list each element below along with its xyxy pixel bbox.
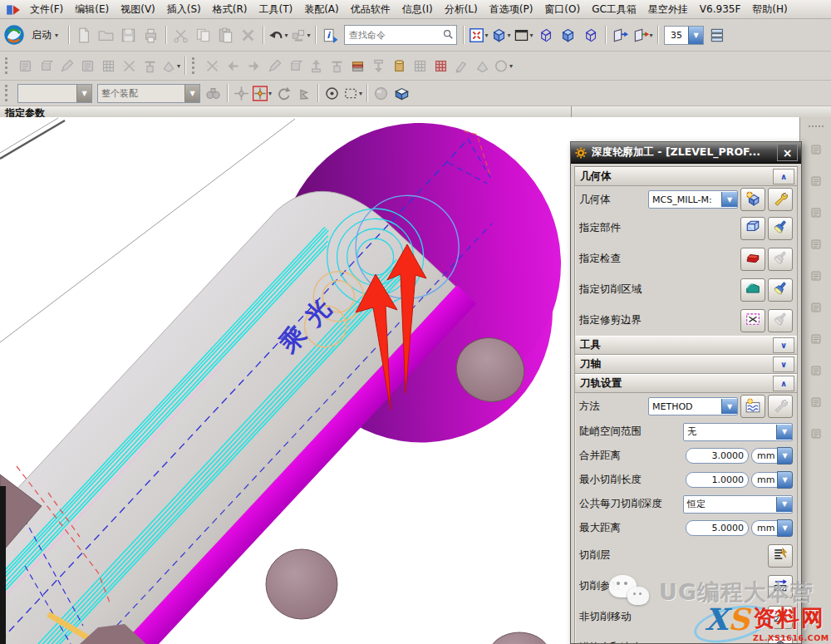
snap-point-icon[interactable] — [232, 84, 251, 102]
type-filter-combo[interactable]: ▼ — [17, 84, 92, 103]
assembly-tool-icon-2[interactable] — [37, 57, 56, 75]
assembly-tool-icon-8[interactable]: ▾ — [161, 57, 180, 75]
view-background-icon[interactable]: ▾ — [513, 25, 534, 46]
cut-icon[interactable] — [170, 25, 191, 46]
fit-view-icon[interactable]: ▾ — [468, 25, 489, 46]
find-component-icon[interactable] — [204, 84, 223, 102]
menu-item-14[interactable]: 星空外挂 — [642, 2, 694, 17]
display-part-button[interactable] — [768, 217, 793, 240]
select-trim-button[interactable] — [740, 309, 765, 332]
open-file-icon[interactable] — [96, 25, 116, 46]
dropdown-arrow-icon[interactable]: ▼ — [776, 425, 792, 440]
combo-arrow-icon[interactable]: ▼ — [184, 85, 199, 102]
menu-item-8[interactable]: 优品软件 — [345, 2, 396, 17]
tool-section[interactable]: 工具∨ — [575, 336, 797, 355]
shaded-edges-icon[interactable] — [558, 25, 578, 46]
common-depth-select[interactable]: 恒定▼ — [683, 495, 793, 514]
menu-item-4[interactable]: 插入(S) — [161, 2, 207, 17]
navigator-icon[interactable] — [809, 301, 823, 314]
min-cut-length-unit[interactable]: mm▼ — [751, 472, 793, 488]
display-cut-area-button[interactable] — [768, 278, 793, 302]
navigator-icon[interactable] — [809, 206, 823, 219]
max-distance-field[interactable]: 5.0000 — [686, 520, 749, 536]
navigator-icon[interactable] — [809, 175, 823, 188]
menu-item-5[interactable]: 格式(R) — [207, 2, 253, 17]
selection-ball-icon[interactable] — [371, 84, 391, 102]
expand-section-icon[interactable]: ∨ — [773, 356, 794, 372]
layer-arrow-icon[interactable]: ▼ — [688, 27, 703, 44]
window-menu-icon[interactable] — [6, 2, 21, 16]
assembly-tool-icon-3[interactable] — [57, 57, 76, 75]
mill-tool-icon-5[interactable] — [286, 57, 305, 75]
lasso-select-icon[interactable]: ▾ — [343, 84, 362, 102]
command-finder-input[interactable] — [347, 29, 442, 42]
dropdown-arrow-icon[interactable]: ▼ — [721, 192, 737, 207]
layer-settings-icon[interactable] — [707, 25, 728, 46]
assembly-tool-icon-6[interactable] — [120, 57, 139, 75]
toolbar-grip[interactable] — [192, 57, 199, 74]
select-cut-area-button[interactable] — [740, 278, 765, 302]
steep-containment-select[interactable]: 无▼ — [683, 423, 793, 441]
dropdown-arrow-icon[interactable]: ▼ — [721, 399, 737, 414]
navigator-icon[interactable] — [809, 427, 823, 440]
mill-tool-icon-12[interactable] — [431, 57, 450, 75]
geometry-section[interactable]: 几何体∧ — [575, 167, 797, 186]
menu-item-12[interactable]: 窗口(O) — [538, 2, 586, 17]
combo-arrow-icon[interactable]: ▼ — [76, 85, 91, 102]
merge-distance-unit[interactable]: mm▼ — [751, 448, 793, 464]
navigator-icon[interactable] — [809, 238, 823, 251]
new-file-icon[interactable] — [73, 25, 94, 46]
mill-tool-icon-9[interactable] — [369, 57, 388, 75]
menu-item-15[interactable]: V6.935F — [694, 2, 746, 17]
assembly-tool-icon-4[interactable] — [78, 57, 97, 75]
cut-levels-button[interactable] — [768, 544, 793, 568]
paste-icon[interactable] — [215, 25, 236, 46]
menu-item-9[interactable]: 信息(I) — [396, 2, 439, 17]
merge-distance-field[interactable]: 3.0000 — [686, 448, 749, 464]
dropdown-arrow-icon[interactable]: ▼ — [776, 497, 792, 512]
expand-section-icon[interactable]: ∨ — [773, 337, 794, 353]
menu-item-11[interactable]: 首选项(P) — [484, 2, 539, 17]
display-check-button[interactable] — [768, 248, 793, 271]
mill-tool-icon-6[interactable] — [307, 57, 326, 75]
unit-arrow-icon[interactable]: ▼ — [777, 471, 793, 489]
mill-tool-icon-8[interactable] — [348, 57, 367, 75]
rotate-point-icon[interactable] — [273, 84, 293, 102]
start-menu-button[interactable]: 启动▾ — [27, 26, 63, 45]
static-wireframe-icon[interactable] — [580, 25, 601, 46]
edit-method-button[interactable] — [768, 395, 793, 418]
unit-arrow-icon[interactable]: ▼ — [777, 519, 793, 537]
work-layer-select[interactable]: 35▼ — [664, 26, 704, 45]
command-finder-input[interactable] — [344, 25, 457, 45]
new-geometry-button[interactable] — [740, 188, 765, 211]
edit-geometry-button[interactable] — [768, 188, 793, 211]
collapse-section-icon[interactable]: ∧ — [773, 376, 794, 391]
assembly-tool-icon-7[interactable] — [140, 57, 160, 75]
mill-tool-icon-3[interactable] — [244, 57, 263, 75]
non-cutting-moves-button[interactable] — [768, 606, 793, 629]
cutting-parameters-button[interactable] — [768, 575, 793, 598]
copy-icon[interactable] — [193, 25, 214, 46]
snap-point-active-icon[interactable]: ▾ — [253, 84, 272, 102]
assembly-tool-icon-1[interactable] — [16, 57, 35, 75]
min-cut-length-field[interactable]: 1.0000 — [686, 472, 749, 488]
mill-tool-icon-2[interactable] — [224, 57, 243, 75]
navigator-icon[interactable] — [809, 332, 823, 346]
navigator-icon[interactable] — [809, 396, 823, 409]
delete-icon[interactable] — [238, 25, 258, 46]
collapse-section-icon[interactable]: ∧ — [773, 169, 794, 184]
select-part-button[interactable] — [740, 217, 765, 240]
save-icon[interactable] — [118, 25, 139, 46]
selection-scope-combo[interactable]: 整个装配▼ — [97, 84, 200, 103]
navigator-icon[interactable] — [809, 143, 823, 156]
method-select[interactable]: METHOD▼ — [648, 397, 738, 415]
clip-section-icon[interactable] — [610, 25, 631, 46]
menu-item-2[interactable]: 编辑(E) — [69, 2, 115, 17]
display-trim-button[interactable] — [768, 309, 793, 332]
command-finder-icon[interactable]: i — [320, 25, 341, 46]
orient-tool-icon[interactable] — [294, 84, 313, 102]
menu-item-1[interactable]: 文件(F) — [24, 2, 69, 17]
dialog-title-bar[interactable]: 深度轮廓加工 - [ZLEVEL_PROF... × — [571, 142, 801, 164]
assembly-tool-icon-5[interactable] — [99, 57, 118, 75]
mill-tool-icon-7[interactable] — [327, 57, 347, 75]
